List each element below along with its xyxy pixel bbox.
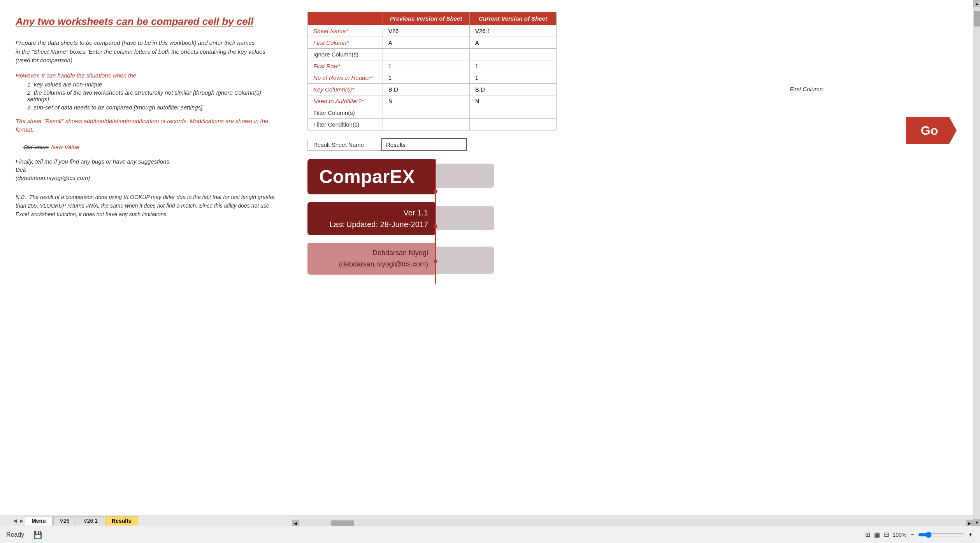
- table-row: Ignore Column(s): [308, 49, 557, 60]
- scrollbar-horizontal[interactable]: ◀ ▶: [292, 520, 973, 526]
- table-row: Filter Condition(s): [308, 119, 557, 130]
- tab-prev-btn[interactable]: ◀: [12, 517, 18, 524]
- row-curr-5: B,D: [469, 84, 556, 95]
- row-label-7: Filter Column(s): [308, 107, 383, 119]
- however-text: However, It can handle the situations wh…: [16, 72, 280, 79]
- author-wrapper: Debdarsan Niyogi (debdarsan.niyogi@tcs.c…: [307, 243, 494, 275]
- nb-text: N.B.: The result of a comparison done us…: [16, 193, 280, 219]
- finally-line3: (debdarsan.niyogi@tcs.com): [16, 175, 280, 181]
- scroll-right-btn[interactable]: ▶: [966, 520, 973, 526]
- go-button[interactable]: Go: [906, 117, 957, 144]
- new-value-label: New Value: [51, 144, 79, 150]
- tabs-container: MenuV26V26.1Results: [25, 516, 139, 525]
- brand-name: ComparEX: [307, 159, 436, 194]
- author-info: Debdarsan Niyogi (debdarsan.niyogi@tcs.c…: [307, 243, 436, 275]
- brand-section: ComparEX Ver 1.1 Last Updated: 28-June-2…: [307, 159, 494, 275]
- author-name: Debdarsan Niyogi: [372, 249, 428, 257]
- table-row: Sheet Name*V26V26.1: [308, 25, 557, 37]
- row-prev-0: V26: [383, 25, 469, 37]
- row-label-1: First Column*: [308, 37, 383, 49]
- zoom-slider[interactable]: [918, 532, 965, 538]
- scroll-up-btn[interactable]: ▲: [973, 0, 980, 7]
- row-prev-1: A: [383, 37, 469, 49]
- updated-label: Last Updated: 28-June-2017: [329, 220, 428, 229]
- save-icon[interactable]: 💾: [33, 531, 42, 539]
- sheet-tab-menu[interactable]: Menu: [25, 516, 53, 525]
- row-curr-7: [469, 107, 556, 119]
- row-curr-3: 1: [469, 60, 556, 72]
- row-label-0: Sheet Name*: [308, 25, 383, 37]
- col-header-prev: Previous Version of Sheet: [383, 12, 469, 25]
- version-label: Ver 1.1: [404, 208, 428, 217]
- result-text: The sheet "Result" shows addition/deleti…: [16, 117, 280, 134]
- timeline-line: [435, 159, 436, 284]
- view-normal-icon[interactable]: ⊞: [865, 531, 870, 538]
- row-label-4: No of Rows in Header*: [308, 72, 383, 84]
- result-row: Result Sheet Name: [307, 138, 972, 151]
- row-prev-2: [383, 49, 469, 60]
- status-bar: Ready 💾 ⊞ ▦ ⊟ 100% − +: [0, 526, 980, 543]
- right-panel: Previous Version of Sheet Current Versio…: [292, 0, 980, 518]
- view-layout-icon[interactable]: ▦: [874, 531, 880, 538]
- go-button-container: Go: [906, 117, 957, 144]
- bullet-3: 3. sub-set of data needs to be compared …: [27, 104, 280, 111]
- table-row: First Column*AA: [308, 37, 557, 49]
- col-header-curr: Current Version of Sheet: [469, 12, 556, 25]
- comparison-table: Previous Version of Sheet Current Versio…: [307, 12, 557, 130]
- finally-line1: Finally, tell me if you find any bugs or…: [16, 158, 280, 165]
- scroll-h-thumb[interactable]: [331, 520, 354, 526]
- scroll-left-btn[interactable]: ◀: [292, 520, 299, 526]
- result-sheet-input[interactable]: [381, 138, 467, 151]
- zoom-out-icon[interactable]: −: [910, 531, 914, 538]
- zoom-in-icon[interactable]: +: [969, 531, 972, 538]
- tab-next-btn[interactable]: ▶: [18, 517, 25, 524]
- scroll-down-btn[interactable]: ▼: [973, 519, 980, 526]
- row-prev-5: B,D: [383, 84, 469, 95]
- row-prev-3: 1: [383, 60, 469, 72]
- row-prev-8: [383, 119, 469, 130]
- intro-line1: Prepare the data sheets to be compared (…: [16, 39, 280, 65]
- dot-3: [434, 259, 437, 263]
- dot-2: [434, 224, 437, 228]
- first-col-note: First Column: [790, 86, 823, 92]
- row-label-5: Key Column(s)*: [308, 84, 383, 95]
- col-header-empty: [308, 12, 383, 25]
- row-curr-2: [469, 49, 556, 60]
- row-curr-4: 1: [469, 72, 556, 84]
- scrollbar-vertical[interactable]: ▲ ▼: [973, 0, 980, 526]
- sheet-tab-results[interactable]: Results: [105, 516, 138, 525]
- bullet-list: 1. key values are non-unique 2. the colu…: [27, 81, 280, 111]
- table-row: No of Rows in Header*11: [308, 72, 557, 84]
- row-label-8: Filter Condition(s): [308, 119, 383, 130]
- finally-line2: Deb: [16, 166, 280, 173]
- table-row: Filter Column(s): [308, 107, 557, 119]
- result-sheet-label: Result Sheet Name: [307, 139, 381, 151]
- row-curr-0: V26.1: [469, 25, 556, 37]
- bullet-1: 1. key values are non-unique: [27, 81, 280, 88]
- main-content: Any two worksheets can be compared cell …: [0, 0, 980, 518]
- scroll-thumb[interactable]: [974, 11, 980, 26]
- author-email: (debdarsan.niyogi@tcs.com): [339, 260, 428, 268]
- status-icons: 💾: [30, 531, 45, 539]
- status-right: ⊞ ▦ ⊟ 100% − +: [865, 531, 980, 538]
- row-label-2: Ignore Column(s): [308, 49, 383, 60]
- old-value-label: Old Value: [23, 144, 49, 150]
- row-prev-6: N: [383, 95, 469, 107]
- zoom-level: 100%: [893, 532, 907, 538]
- main-title: Any two worksheets can be compared cell …: [16, 16, 280, 28]
- row-label-6: Need to Autofilter?*: [308, 95, 383, 107]
- version-info: Ver 1.1 Last Updated: 28-June-2017: [307, 202, 436, 235]
- version-wrapper: Ver 1.1 Last Updated: 28-June-2017: [307, 202, 494, 235]
- view-page-icon[interactable]: ⊟: [884, 531, 889, 538]
- comparex-wrapper: ComparEX: [307, 159, 494, 194]
- table-row: First Row*11: [308, 60, 557, 72]
- row-prev-7: [383, 107, 469, 119]
- sheet-tab-v26[interactable]: V26: [53, 516, 76, 525]
- table-row: Key Column(s)*B,DB,D: [308, 84, 557, 95]
- row-label-3: First Row*: [308, 60, 383, 72]
- sheet-tab-v26.1[interactable]: V26.1: [77, 516, 104, 525]
- value-demo: Old Value New Value: [23, 144, 280, 150]
- bullet-2: 2. the columns of the two worksheets are…: [27, 89, 280, 102]
- dot-1: [434, 189, 437, 193]
- row-curr-1: A: [469, 37, 556, 49]
